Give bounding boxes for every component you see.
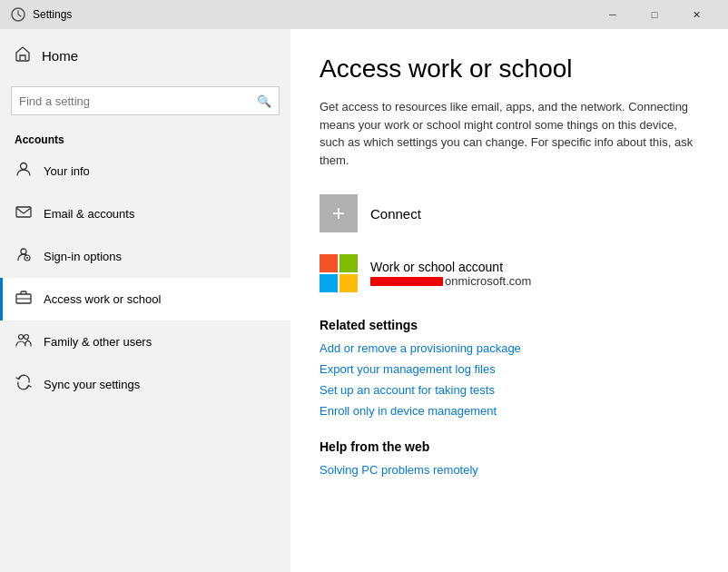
connect-button[interactable]: + Connect — [320, 194, 421, 232]
svg-point-1 — [21, 163, 27, 170]
home-label: Home — [42, 48, 78, 64]
link-management-log[interactable]: Export your management log files — [320, 362, 699, 376]
home-icon — [15, 45, 31, 66]
work-school-label: Access work or school — [44, 292, 161, 306]
sync-icon — [15, 374, 33, 395]
email-redacted — [370, 277, 443, 286]
signin-icon — [15, 246, 33, 267]
page-description: Get access to resources like email, apps… — [320, 98, 699, 169]
signin-label: Sign-in options — [44, 250, 122, 263]
search-input[interactable] — [19, 94, 257, 108]
search-icon: 🔍 — [257, 94, 271, 108]
plus-icon: + — [332, 201, 345, 226]
sidebar-item-family[interactable]: Family & other users — [0, 321, 290, 363]
maximize-button[interactable]: □ — [634, 0, 675, 29]
email-suffix: onmicrosoft.com — [445, 274, 531, 288]
ms-logo-blue — [320, 274, 338, 292]
svg-point-6 — [19, 335, 24, 340]
link-device-management[interactable]: Enroll only in device management — [320, 404, 699, 418]
svg-rect-2 — [16, 207, 31, 217]
sidebar-item-sync[interactable]: Sync your settings — [0, 363, 290, 406]
sidebar-item-work-school[interactable]: Access work or school — [0, 278, 290, 321]
account-info: Work or school account onmicrosoft.com — [370, 260, 531, 288]
microsoft-logo — [320, 254, 358, 292]
window-title: Settings — [33, 8, 592, 21]
account-item: Work or school account onmicrosoft.com — [320, 254, 699, 292]
sidebar-item-signin[interactable]: Sign-in options — [0, 235, 290, 278]
svg-point-3 — [21, 249, 26, 254]
related-settings-title: Related settings — [320, 318, 699, 332]
svg-point-7 — [25, 335, 29, 340]
briefcase-icon — [15, 289, 33, 310]
person-icon — [15, 161, 33, 182]
window-controls: ─ □ ✕ — [592, 0, 717, 29]
link-solving-pc[interactable]: Solving PC problems remotely — [320, 463, 699, 477]
page-title: Access work or school — [320, 54, 699, 84]
account-email: onmicrosoft.com — [370, 274, 531, 288]
content-area: Access work or school Get access to reso… — [290, 29, 728, 572]
sidebar-item-your-info[interactable]: Your info — [0, 150, 290, 192]
help-section: Help from the web Solving PC problems re… — [320, 439, 699, 477]
link-taking-tests[interactable]: Set up an account for taking tests — [320, 383, 699, 397]
sidebar-item-email[interactable]: Email & accounts — [0, 192, 290, 235]
connect-label: Connect — [370, 206, 421, 222]
sidebar-home[interactable]: Home — [0, 29, 290, 83]
close-button[interactable]: ✕ — [675, 0, 717, 29]
account-name: Work or school account — [370, 260, 531, 274]
ms-logo-red — [320, 254, 338, 272]
main-container: Home 🔍 Accounts Your info — [0, 29, 728, 572]
email-icon — [15, 203, 33, 224]
email-label: Email & accounts — [44, 207, 134, 221]
link-provisioning[interactable]: Add or remove a provisioning package — [320, 341, 699, 355]
family-label: Family & other users — [44, 335, 152, 349]
search-box[interactable]: 🔍 — [11, 86, 280, 115]
ms-logo-green — [339, 254, 358, 272]
your-info-label: Your info — [44, 164, 90, 178]
connect-icon-box: + — [320, 194, 358, 232]
app-icon — [11, 7, 25, 22]
minimize-button[interactable]: ─ — [592, 0, 634, 29]
related-settings: Related settings Add or remove a provisi… — [320, 318, 699, 418]
accounts-section-title: Accounts — [0, 126, 290, 150]
sidebar: Home 🔍 Accounts Your info — [0, 29, 290, 572]
family-icon — [15, 331, 33, 352]
titlebar: Settings ─ □ ✕ — [0, 0, 728, 29]
sync-label: Sync your settings — [44, 378, 140, 391]
help-title: Help from the web — [320, 439, 699, 454]
ms-logo-yellow — [339, 274, 358, 292]
